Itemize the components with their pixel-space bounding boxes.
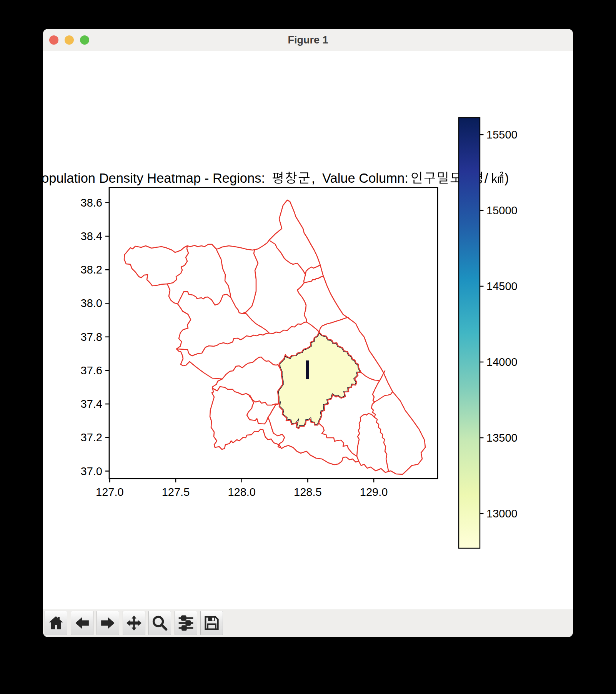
- svg-text:127.0: 127.0: [96, 486, 124, 498]
- svg-text:13500: 13500: [486, 432, 518, 444]
- svg-text:128.0: 128.0: [228, 486, 256, 498]
- svg-text:38.2: 38.2: [81, 264, 102, 276]
- svg-text:38.6: 38.6: [81, 197, 102, 209]
- svg-text:): ): [504, 171, 509, 185]
- svg-text:14500: 14500: [486, 280, 518, 292]
- svg-text:15500: 15500: [486, 128, 518, 141]
- svg-text:38.4: 38.4: [81, 230, 102, 242]
- svg-text:37.0: 37.0: [81, 465, 102, 477]
- svg-text:129.0: 129.0: [360, 486, 388, 498]
- svg-text:/: /: [484, 171, 488, 185]
- svg-text:Value Column:: Value Column:: [322, 171, 408, 185]
- svg-text:38.0: 38.0: [81, 297, 102, 309]
- svg-text:,: ,: [311, 171, 315, 185]
- svg-text:37.8: 37.8: [81, 331, 102, 343]
- svg-text:37.6: 37.6: [81, 364, 102, 377]
- svg-text:37.2: 37.2: [81, 431, 102, 444]
- svg-text:Population Density Heatmap - R: Population Density Heatmap - Regions:: [43, 171, 265, 185]
- svg-text:13000: 13000: [486, 507, 518, 520]
- svg-text:128.5: 128.5: [294, 486, 322, 498]
- svg-text:15000: 15000: [486, 204, 518, 217]
- svg-text:14000: 14000: [486, 356, 518, 368]
- svg-text:37.4: 37.4: [81, 398, 102, 410]
- svg-text:127.5: 127.5: [162, 486, 190, 498]
